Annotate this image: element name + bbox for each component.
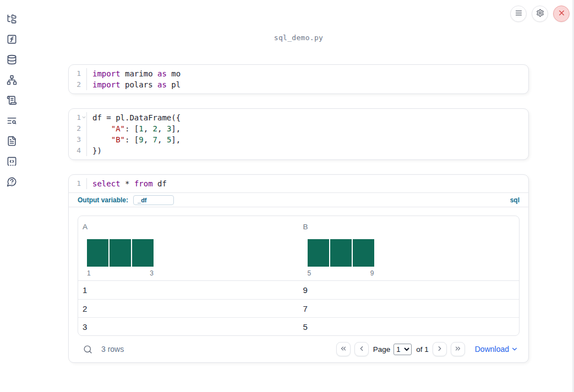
page-select[interactable]: 1 <box>393 344 412 355</box>
chevron-right-icon <box>436 345 444 354</box>
histogram-max-label: 3 <box>150 269 154 277</box>
code-editor[interactable]: 1import marimo as mo2import polars as pl <box>69 65 528 93</box>
histogram-bar <box>110 239 131 267</box>
download-button[interactable]: Download <box>475 344 518 355</box>
histogram-bar <box>87 239 108 267</box>
message-question-icon <box>7 176 18 187</box>
sql-editor[interactable]: 1select * from df <box>69 175 528 193</box>
page-label: Page <box>373 345 391 354</box>
table-cell: 7 <box>299 300 520 317</box>
sql-cell: 1select * from df Output variable: sql A… <box>68 174 529 363</box>
gear-icon <box>536 9 544 19</box>
sidebar-item-help[interactable] <box>7 176 18 187</box>
sidebar-item-snippets[interactable] <box>7 156 18 167</box>
code-text: df = pl.DataFrame({ <box>87 112 181 123</box>
code-cell-imports: 1import marimo as mo2import polars as pl <box>68 64 529 94</box>
next-page-button[interactable] <box>433 342 447 356</box>
code-line: 1df = pl.DataFrame({ <box>69 112 528 123</box>
code-editor[interactable]: 1df = pl.DataFrame({2 "A": [1, 2, 3],3 "… <box>69 109 528 159</box>
line-gutter: 1 <box>69 178 87 189</box>
sidebar-item-documentation[interactable] <box>7 135 18 146</box>
table-cell: 3 <box>78 318 299 335</box>
text-search-icon <box>7 115 18 126</box>
column-name: B <box>303 223 515 231</box>
prev-page-button[interactable] <box>354 342 369 356</box>
code-line: 4}) <box>69 145 528 156</box>
table-body: 192735 <box>78 281 519 335</box>
dataframe-table: A13B59 192735 <box>78 216 520 336</box>
table-cell: 9 <box>299 281 520 299</box>
sidebar-item-files[interactable] <box>7 13 18 24</box>
database-icon <box>7 54 18 65</box>
code-line: 2import polars as pl <box>69 79 528 90</box>
chevrons-left-icon <box>340 345 347 354</box>
last-page-button[interactable] <box>451 342 465 356</box>
language-badge: sql <box>510 196 520 204</box>
close-icon <box>557 9 566 19</box>
network-graph-icon <box>7 75 18 85</box>
settings-button[interactable] <box>532 5 548 22</box>
fold-chevron-icon[interactable] <box>81 115 86 120</box>
table-cell: 1 <box>78 281 299 299</box>
row-count: 3 rows <box>101 345 124 354</box>
notebook-actions <box>510 5 570 22</box>
sidebar-item-variables[interactable] <box>7 34 18 45</box>
histogram-max-label: 9 <box>370 269 374 277</box>
column-histogram: 59 <box>308 239 374 277</box>
table-cell: 2 <box>78 300 299 317</box>
code-line: 2 "A": [1, 2, 3], <box>69 123 528 134</box>
histogram-bar <box>330 239 352 267</box>
table-header: A13B59 <box>78 216 519 281</box>
column-header-B[interactable]: B59 <box>299 216 520 281</box>
chevron-down-icon <box>511 344 518 355</box>
line-gutter: 1 <box>69 112 87 123</box>
code-text: select * from df <box>87 178 167 189</box>
code-text: "B": [9, 7, 5], <box>87 134 181 145</box>
notebook-cells: 1import marimo as mo2import polars as pl… <box>68 64 529 377</box>
sidebar-item-outline[interactable] <box>7 115 18 126</box>
histogram-min-label: 1 <box>87 269 91 277</box>
notebook-menu-button[interactable] <box>510 5 527 22</box>
sidebar-item-logs[interactable] <box>7 95 18 106</box>
output-variable-input[interactable] <box>133 195 174 205</box>
table-row[interactable]: 35 <box>78 317 519 335</box>
column-name: A <box>83 223 294 231</box>
table-row[interactable]: 27 <box>78 299 519 317</box>
chevrons-right-icon <box>454 345 462 354</box>
table-cell: 5 <box>299 318 520 335</box>
line-gutter: 4 <box>69 145 87 156</box>
page-total: of 1 <box>416 345 429 354</box>
histogram-min-label: 5 <box>308 269 311 277</box>
code-text: }) <box>87 145 102 156</box>
line-gutter: 3 <box>69 134 87 145</box>
line-gutter: 2 <box>69 79 87 90</box>
line-gutter: 1 <box>69 68 87 79</box>
search-icon[interactable] <box>83 345 92 354</box>
code-line: 1import marimo as mo <box>69 68 528 79</box>
output-variable-label: Output variable: <box>78 196 128 204</box>
code-cell-dataframe: 1df = pl.DataFrame({2 "A": [1, 2, 3],3 "… <box>68 108 529 160</box>
code-line: 1select * from df <box>69 178 528 189</box>
sidebar-item-dependencies[interactable] <box>7 74 18 85</box>
histogram-bar <box>308 239 329 267</box>
shutdown-button[interactable] <box>553 5 570 22</box>
column-header-A[interactable]: A13 <box>78 216 299 281</box>
histogram-bar <box>132 239 154 267</box>
file-text-icon <box>7 136 18 146</box>
table-row[interactable]: 19 <box>78 281 519 299</box>
helper-panel-sidebar <box>0 0 24 392</box>
download-label: Download <box>475 345 509 354</box>
notebook-filename: sql_demo.py <box>68 34 529 42</box>
line-gutter: 2 <box>69 123 87 134</box>
marimo-notebook-app: sql_demo.py 1import marimo as mo2import … <box>0 0 574 392</box>
first-page-button[interactable] <box>336 342 351 356</box>
code-line: 3 "B": [9, 7, 5], <box>69 134 528 145</box>
sidebar-item-data-sources[interactable] <box>7 54 18 65</box>
sql-cell-toolbar: Output variable: sql <box>69 193 528 207</box>
histogram-bar <box>353 239 374 267</box>
column-histogram: 13 <box>87 239 154 277</box>
code-text: import polars as pl <box>87 79 181 90</box>
scroll-text-icon <box>7 95 18 106</box>
table-footer: 3 rows Page 1 of 1 Download <box>78 340 520 358</box>
folder-tree-icon <box>7 14 18 24</box>
